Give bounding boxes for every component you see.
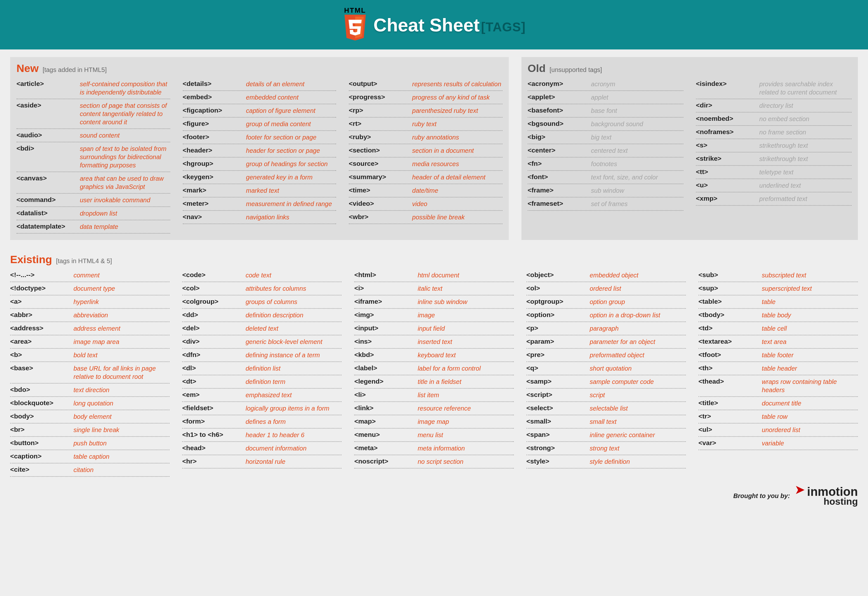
tag-name: <sup>: [698, 284, 762, 292]
tag-desc: table footer: [762, 351, 858, 359]
tag-name: <legend>: [354, 377, 418, 385]
tag-row: <hr>horizontal rule: [182, 455, 341, 469]
tag-name: <map>: [354, 417, 418, 425]
tag-name: <ruby>: [349, 133, 412, 141]
tag-name: <u>: [696, 181, 759, 189]
tag-name: <dfn>: [182, 351, 245, 359]
tag-name: <details>: [183, 80, 246, 87]
tag-desc: details of an element: [246, 80, 337, 88]
inmotion-logo: ➤ inmotion hosting: [794, 486, 858, 506]
tag-name: <hr>: [182, 457, 245, 465]
tag-desc: marked text: [246, 186, 337, 195]
tag-desc: sub window: [591, 186, 683, 195]
tag-row: <figcaption>caption of figure element: [183, 104, 337, 118]
tag-name: <mark>: [183, 186, 246, 194]
tag-desc: ruby text: [412, 120, 502, 128]
tag-desc: video: [412, 200, 502, 208]
tag-name: <s>: [696, 141, 759, 149]
tag-row: <source>media resources: [349, 158, 502, 171]
tag-name: <td>: [698, 324, 762, 332]
page-title: Cheat Sheet: [373, 15, 480, 35]
tag-row: <param>parameter for an object: [527, 336, 686, 349]
tag-name: <th>: [698, 364, 762, 372]
tag-desc: unordered list: [762, 426, 858, 434]
tag-name: <small>: [527, 417, 590, 425]
tag-row: <datatemplate>data template: [16, 220, 170, 234]
tag-name: <script>: [527, 391, 590, 398]
tag-row: <noscript>no script section: [354, 455, 514, 469]
tag-name: <menu>: [354, 431, 418, 438]
brought-to-you: Brought to you by:: [734, 492, 790, 500]
tag-desc: deleted text: [245, 324, 341, 333]
tag-desc: groups of columns: [245, 298, 341, 306]
tag-desc: subscripted text: [762, 271, 858, 279]
tag-name: <div>: [182, 338, 245, 345]
tag-name: <iframe>: [354, 298, 418, 305]
tag-row: <!doctype>document type: [10, 282, 170, 296]
tag-row: <wbr>possible line break: [349, 211, 502, 224]
tag-desc: group of headings for section: [246, 160, 337, 168]
tag-name: <nav>: [183, 213, 246, 220]
tag-name: <canvas>: [16, 175, 80, 182]
tag-name: <audio>: [16, 131, 80, 139]
tag-name: <center>: [528, 146, 591, 154]
tag-name: <span>: [527, 431, 590, 438]
tag-desc: abbreviation: [74, 311, 170, 319]
tag-name: <address>: [10, 324, 74, 332]
tag-name: <base>: [10, 364, 74, 372]
tag-desc: underlined text: [759, 181, 852, 189]
tag-desc: footer for section or page: [246, 133, 337, 141]
tag-row: <li>list item: [354, 389, 514, 402]
tag-desc: table: [762, 298, 858, 306]
tag-desc: bold text: [74, 351, 170, 359]
tag-row: <pre>preformatted object: [527, 349, 686, 362]
tag-name: <video>: [349, 200, 412, 207]
tag-name: <footer>: [183, 133, 246, 141]
tag-desc: background sound: [591, 120, 683, 128]
tag-desc: comment: [74, 271, 170, 279]
tag-row: <br>single line break: [10, 423, 170, 437]
tag-desc: inserted text: [418, 338, 514, 346]
tag-name: <kbd>: [354, 351, 418, 359]
tag-row: <address>address element: [10, 322, 170, 336]
tag-row: <dl>definition list: [182, 362, 341, 376]
tag-row: <var>variable: [698, 437, 858, 450]
tag-name: <dd>: [182, 311, 245, 319]
tag-desc: text direction: [74, 386, 170, 394]
tag-desc: strikethrough text: [759, 141, 852, 149]
tag-row: <keygen>generated key in a form: [183, 171, 337, 184]
tag-row: <meta>meta information: [354, 442, 514, 455]
tag-desc: address element: [74, 324, 170, 333]
section-new-note: [tags added in HTML5]: [43, 66, 106, 73]
tag-row: <u>underlined text: [696, 179, 852, 192]
tag-desc: document type: [74, 284, 170, 293]
tag-desc: definition description: [245, 311, 341, 319]
tag-name: <meter>: [183, 200, 246, 207]
tag-name: <ol>: [527, 284, 590, 292]
tag-desc: image map area: [74, 338, 170, 346]
tag-name: <rt>: [349, 120, 412, 127]
tag-name: <ul>: [698, 426, 762, 433]
tag-row: <menu>menu list: [354, 429, 514, 442]
tag-row: <center>centered text: [528, 144, 683, 158]
tag-name: <sub>: [698, 271, 762, 279]
tag-name: <source>: [349, 160, 412, 167]
tag-name: <dir>: [696, 101, 759, 109]
tag-row: <canvas>area that can be used to draw gr…: [16, 172, 170, 194]
tag-row: <section>section in a document: [349, 144, 502, 158]
tag-name: <fieldset>: [182, 404, 245, 412]
tag-desc: generated key in a form: [246, 173, 337, 181]
tag-desc: directory list: [759, 101, 852, 110]
tag-name: <col>: [182, 284, 245, 292]
tag-desc: span of text to be isolated from surroun…: [80, 145, 170, 169]
tag-name: <img>: [354, 311, 418, 319]
tag-row: <p>paragraph: [527, 322, 686, 336]
tag-desc: defines a form: [245, 417, 341, 426]
tag-row: <dt>definition term: [182, 376, 341, 389]
tag-row: <isindex>provides searchable index relat…: [696, 78, 852, 99]
tag-desc: base font: [591, 106, 683, 115]
tag-desc: logically group items in a form: [245, 404, 341, 413]
tag-name: <abbr>: [10, 311, 74, 319]
tag-desc: definition list: [245, 364, 341, 373]
tag-row: <!--...-->comment: [10, 269, 170, 282]
